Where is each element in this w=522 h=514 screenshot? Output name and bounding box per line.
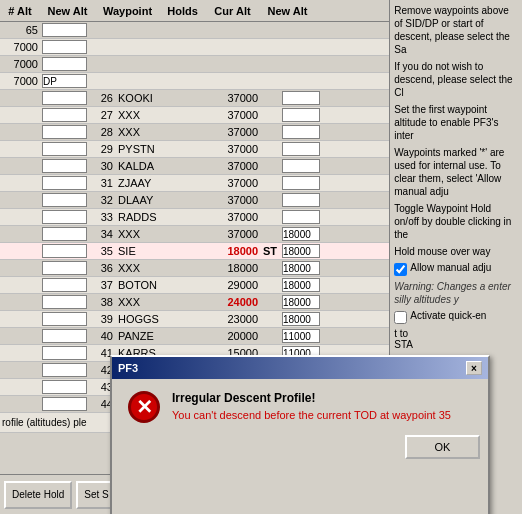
newalt2-cell xyxy=(280,295,335,309)
table-row: 27 XXX 37000 xyxy=(0,107,389,124)
newalt-input[interactable] xyxy=(42,193,87,207)
dialog-close-button[interactable]: × xyxy=(466,361,482,375)
newalt-input[interactable] xyxy=(42,23,87,37)
wp-num: 37 xyxy=(95,279,115,291)
activate-checkbox[interactable] xyxy=(394,311,407,324)
curalt-cell: 37000 xyxy=(205,228,260,240)
newalt-cell xyxy=(40,142,95,156)
newalt-cell xyxy=(40,244,95,258)
curalt-cell: 29000 xyxy=(205,279,260,291)
newalt-input[interactable] xyxy=(42,125,87,139)
newalt2-input[interactable] xyxy=(282,91,320,105)
newalt2-input[interactable] xyxy=(282,329,320,343)
wp-num: 35 xyxy=(95,245,115,257)
curalt-cell: 37000 xyxy=(205,194,260,206)
right-text-5: Toggle Waypoint Hold on/off by double cl… xyxy=(394,202,518,241)
newalt2-input[interactable] xyxy=(282,261,320,275)
newalt2-input[interactable] xyxy=(282,159,320,173)
wp-num: 29 xyxy=(95,143,115,155)
newalt2-cell xyxy=(280,261,335,275)
wp-name: SIE xyxy=(115,245,160,257)
activate-row: Activate quick-en xyxy=(394,310,518,324)
newalt-input[interactable] xyxy=(42,312,87,326)
delete-hold-button[interactable]: Delete Hold xyxy=(4,481,72,509)
newalt2-cell xyxy=(280,210,335,224)
newalt-input[interactable] xyxy=(42,261,87,275)
newalt-input[interactable] xyxy=(42,346,87,360)
right-extra-text: t to STA xyxy=(394,328,518,350)
newalt-input[interactable] xyxy=(42,159,87,173)
newalt-input[interactable] xyxy=(42,244,87,258)
alt-cell: 7000 xyxy=(0,41,40,53)
newalt2-input[interactable] xyxy=(282,176,320,190)
wp-name: PANZE xyxy=(115,330,160,342)
col-newalt2-header: New Alt xyxy=(260,5,315,17)
newalt2-input[interactable] xyxy=(282,193,320,207)
wp-num: 40 xyxy=(95,330,115,342)
error-icon: ✕ xyxy=(128,391,160,423)
curalt-cell: 23000 xyxy=(205,313,260,325)
newalt-input[interactable] xyxy=(42,227,87,241)
newalt-input[interactable] xyxy=(42,363,87,377)
wp-num: 39 xyxy=(95,313,115,325)
newalt-cell xyxy=(40,74,95,88)
newalt2-input[interactable] xyxy=(282,227,320,241)
dialog-titlebar: PF3 × xyxy=(112,357,488,379)
newalt-input[interactable] xyxy=(42,57,87,71)
table-row: 26 KOOKI 37000 xyxy=(0,90,389,107)
newalt-cell xyxy=(40,108,95,122)
newalt-cell xyxy=(40,312,95,326)
newalt2-cell xyxy=(280,125,335,139)
table-row: 7000 xyxy=(0,73,389,90)
dialog-title: PF3 xyxy=(118,362,138,374)
newalt2-input[interactable] xyxy=(282,108,320,122)
newalt-input[interactable] xyxy=(42,210,87,224)
curalt-cell: 37000 xyxy=(205,143,260,155)
newalt2-input[interactable] xyxy=(282,278,320,292)
allow-manual-checkbox[interactable] xyxy=(394,263,407,276)
newalt-cell xyxy=(40,159,95,173)
newalt-input[interactable] xyxy=(42,91,87,105)
newalt-input[interactable] xyxy=(42,74,87,88)
newalt-cell xyxy=(40,346,95,360)
table-row: 36 XXX 18000 xyxy=(0,260,389,277)
newalt2-input[interactable] xyxy=(282,295,320,309)
newalt-input[interactable] xyxy=(42,278,87,292)
dialog-content: ✕ Irregular Descent Profile! You can't d… xyxy=(112,379,488,435)
col-alt-header: # Alt xyxy=(0,5,40,17)
newalt-cell xyxy=(40,193,95,207)
newalt2-input[interactable] xyxy=(282,312,320,326)
newalt2-cell xyxy=(280,244,335,258)
newalt-input[interactable] xyxy=(42,397,87,411)
newalt-input[interactable] xyxy=(42,295,87,309)
wp-num: 36 xyxy=(95,262,115,274)
newalt2-input[interactable] xyxy=(282,210,320,224)
ok-button[interactable]: OK xyxy=(405,435,480,459)
newalt-input[interactable] xyxy=(42,329,87,343)
newalt-cell xyxy=(40,23,95,37)
newalt2-input[interactable] xyxy=(282,125,320,139)
newalt-input[interactable] xyxy=(42,40,87,54)
newalt2-input[interactable] xyxy=(282,244,320,258)
col-waypoint-header: Waypoint xyxy=(95,5,160,17)
newalt-cell xyxy=(40,329,95,343)
newalt-input[interactable] xyxy=(42,108,87,122)
newalt-cell xyxy=(40,380,95,394)
table-row: 32 DLAAY 37000 xyxy=(0,192,389,209)
newalt-cell xyxy=(40,210,95,224)
newalt-cell xyxy=(40,261,95,275)
newalt-input[interactable] xyxy=(42,176,87,190)
newalt-input[interactable] xyxy=(42,380,87,394)
wp-num: 32 xyxy=(95,194,115,206)
profile-hint-text: rofile (altitudes) ple xyxy=(2,417,86,428)
wp-num: 26 xyxy=(95,92,115,104)
newalt-cell xyxy=(40,278,95,292)
alt-cell: 7000 xyxy=(0,58,40,70)
table-row: 39 HOGGS 23000 xyxy=(0,311,389,328)
table-row: 65 xyxy=(0,22,389,39)
activate-label: Activate quick-en xyxy=(410,310,486,321)
table-row: 29 PYSTN 37000 xyxy=(0,141,389,158)
newalt-input[interactable] xyxy=(42,142,87,156)
newalt2-input[interactable] xyxy=(282,142,320,156)
dialog-text-block: Irregular Descent Profile! You can't des… xyxy=(172,391,451,421)
